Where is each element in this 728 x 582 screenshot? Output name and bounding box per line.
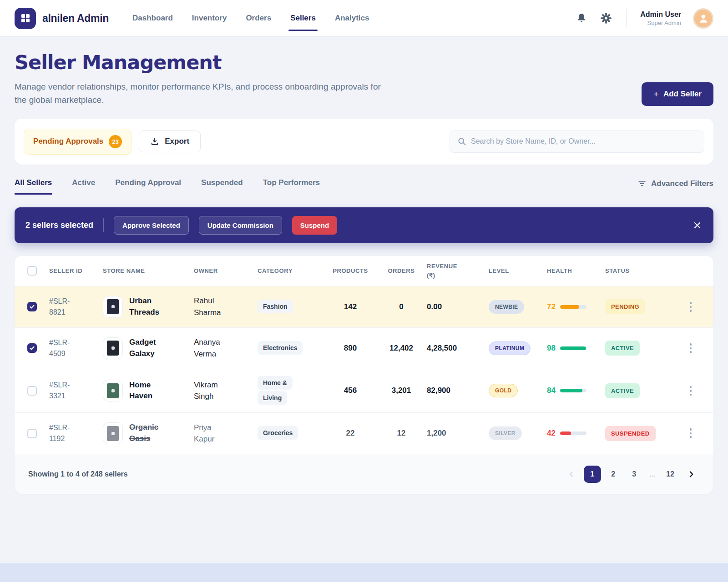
category-cell: Home & Living xyxy=(258,376,307,406)
kebab-menu-icon[interactable] xyxy=(688,300,694,314)
store-name: Home Haven xyxy=(129,380,175,402)
nav-item-inventory[interactable]: Inventory xyxy=(192,1,227,35)
page-subtitle: Manage vendor relationships, monitor per… xyxy=(15,80,392,107)
status-cell: PENDING xyxy=(605,299,673,314)
page-button-2[interactable]: 2 xyxy=(605,466,622,483)
store-logo xyxy=(103,296,123,318)
pending-count-badge: 23 xyxy=(109,135,122,148)
nav-item-orders[interactable]: Orders xyxy=(246,1,271,35)
export-button[interactable]: Export xyxy=(139,130,201,152)
health-score: 84 xyxy=(547,386,556,395)
orders-count: 12,402 xyxy=(376,344,427,353)
orders-count: 12 xyxy=(376,429,427,438)
row-checkbox[interactable] xyxy=(27,386,37,396)
level-cell: PLATINUM xyxy=(489,341,547,355)
pending-approvals-label: Pending Approvals xyxy=(33,137,103,146)
page-button-3[interactable]: 3 xyxy=(626,466,643,483)
level-badge: GOLD xyxy=(489,384,518,397)
health-bar xyxy=(560,346,586,350)
revenue-value: 0.00 xyxy=(427,302,489,311)
search-input[interactable] xyxy=(471,137,697,146)
tab-all-sellers[interactable]: All Sellers xyxy=(15,178,52,195)
tab-pending-approval[interactable]: Pending Approval xyxy=(115,178,181,195)
table-row: #SLR-3321Home HavenVikram SinghHome & Li… xyxy=(15,369,713,412)
gear-icon[interactable] xyxy=(600,12,612,25)
brand-name: alnilen Admin xyxy=(42,12,109,25)
category-chip: Groceries xyxy=(258,426,298,440)
bell-icon[interactable] xyxy=(575,12,588,25)
tab-suspended[interactable]: Suspended xyxy=(201,178,243,195)
kebab-menu-icon[interactable] xyxy=(688,384,694,398)
suspend-button[interactable]: Suspend xyxy=(292,216,337,235)
store-name: Organic Oasis xyxy=(129,422,175,444)
close-icon[interactable] xyxy=(692,220,703,231)
level-cell: NEWBIE xyxy=(489,300,547,314)
level-badge: SILVER xyxy=(489,426,522,440)
update-commission-button[interactable]: Update Commission xyxy=(199,216,282,235)
store-cell: Home Haven xyxy=(103,380,194,402)
row-checkbox[interactable] xyxy=(27,343,37,353)
owner-name: Vikram Singh xyxy=(194,379,234,402)
approve-selected-button[interactable]: Approve Selected xyxy=(114,216,189,235)
store-name: Gadget Galaxy xyxy=(129,337,175,359)
store-logo xyxy=(103,380,123,401)
selection-divider xyxy=(103,218,104,232)
top-navigation-bar: alnilen Admin DashboardInventoryOrdersSe… xyxy=(0,0,728,36)
col-category: CATEGORY xyxy=(258,267,325,274)
page-title: Seller Management xyxy=(15,51,392,74)
health-bar xyxy=(560,305,586,309)
category-chip: Electronics xyxy=(258,341,303,355)
col-health: HEALTH xyxy=(547,267,605,274)
store-logo-image xyxy=(107,383,119,398)
status-badge: SUSPENDED xyxy=(605,426,656,441)
filter-tabs: All SellersActivePending ApprovalSuspend… xyxy=(15,178,320,195)
page-bottom-strip xyxy=(0,563,728,582)
category-cell: Groceries xyxy=(258,426,307,441)
health-cell: 72 xyxy=(547,302,605,311)
select-all-checkbox[interactable] xyxy=(27,266,37,276)
nav-item-dashboard[interactable]: Dashboard xyxy=(132,1,173,35)
avatar[interactable] xyxy=(693,8,713,29)
nav-item-sellers[interactable]: Sellers xyxy=(290,1,316,35)
store-logo-image xyxy=(107,299,119,314)
advanced-filters-button[interactable]: Advanced Filters xyxy=(637,179,713,194)
store-logo-image xyxy=(107,426,119,441)
status-cell: ACTIVE xyxy=(605,383,673,398)
row-checkbox[interactable] xyxy=(27,429,37,438)
seller-id: #SLR-8821 xyxy=(49,296,77,318)
prev-page-icon[interactable] xyxy=(563,466,580,483)
page-button-1[interactable]: 1 xyxy=(584,466,601,483)
orders-count: 3,201 xyxy=(376,386,427,395)
next-page-icon[interactable] xyxy=(682,466,700,483)
seller-id: #SLR-1192 xyxy=(49,422,77,444)
category-cell: Electronics xyxy=(258,341,307,356)
owner-name: Rahul Sharma xyxy=(194,295,234,318)
seller-id: #SLR-4509 xyxy=(49,337,77,359)
tab-active[interactable]: Active xyxy=(72,178,95,195)
kebab-menu-icon[interactable] xyxy=(688,426,694,440)
health-score: 98 xyxy=(547,344,556,353)
tab-top-performers[interactable]: Top Performers xyxy=(263,178,320,195)
revenue-value: 82,900 xyxy=(427,386,489,395)
pending-approvals-button[interactable]: Pending Approvals 23 xyxy=(24,129,131,155)
col-store-name: STORE NAME xyxy=(103,267,194,274)
revenue-value: 4,28,500 xyxy=(427,344,489,353)
results-summary: Showing 1 to 4 of 248 sellers xyxy=(28,470,128,478)
toolbar-card: Pending Approvals 23 Export xyxy=(15,119,713,165)
add-seller-button[interactable]: + Add Seller xyxy=(642,82,713,106)
page-button-12[interactable]: 12 xyxy=(662,466,679,483)
nav-item-analytics[interactable]: Analytics xyxy=(335,1,369,35)
products-count: 456 xyxy=(325,386,376,395)
row-checkbox[interactable] xyxy=(27,302,37,311)
kebab-menu-icon[interactable] xyxy=(688,341,694,355)
store-name: Urban Threads xyxy=(129,296,175,318)
brand: alnilen Admin xyxy=(15,8,109,29)
add-seller-label: Add Seller xyxy=(663,90,702,99)
health-cell: 84 xyxy=(547,386,605,395)
user-name: Admin User xyxy=(640,10,681,19)
table-header-row: SELLER ID STORE NAME OWNER CATEGORY PROD… xyxy=(15,256,713,286)
health-cell: 42 xyxy=(547,429,605,438)
store-cell: Organic Oasis xyxy=(103,422,194,444)
sellers-table: SELLER ID STORE NAME OWNER CATEGORY PROD… xyxy=(15,256,713,494)
status-badge: ACTIVE xyxy=(605,383,640,398)
